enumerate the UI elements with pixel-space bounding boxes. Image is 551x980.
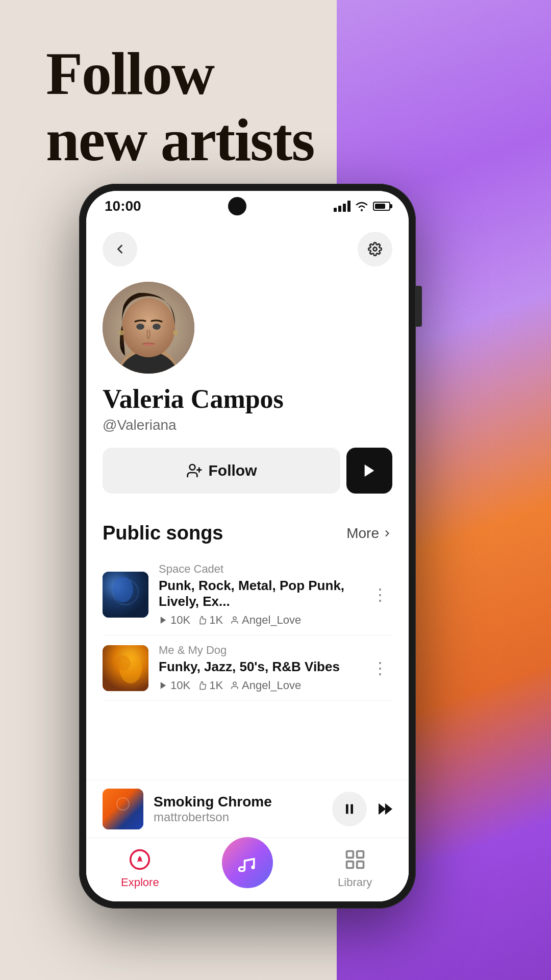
now-playing-bar: Smoking Chrome mattrobertson xyxy=(86,780,409,838)
nav-item-explore[interactable]: Explore xyxy=(86,846,194,889)
svg-point-12 xyxy=(189,464,195,470)
svg-rect-38 xyxy=(357,851,363,858)
song-genre-2: Funky, Jazz, 50's, R&B Vibes xyxy=(159,659,358,675)
now-playing-artist: mattrobertson xyxy=(154,810,322,824)
person-add-icon xyxy=(186,462,203,479)
explore-label: Explore xyxy=(121,876,159,889)
hero-section: Follow new artists xyxy=(46,41,314,174)
svg-marker-19 xyxy=(161,617,166,624)
svg-marker-31 xyxy=(385,803,392,815)
song-user-2: Angel_Love xyxy=(242,679,301,692)
song-menu-2[interactable]: ⋮ xyxy=(368,654,392,682)
svg-point-35 xyxy=(251,866,255,869)
status-time: 10:00 xyxy=(105,198,141,214)
svg-rect-26 xyxy=(103,789,143,829)
svg-marker-30 xyxy=(379,803,386,815)
play-button[interactable] xyxy=(346,448,392,494)
play-count-icon xyxy=(159,681,168,690)
play-count-2: 10K xyxy=(170,679,190,692)
like-icon xyxy=(197,681,207,690)
chevron-right-icon xyxy=(382,528,392,538)
music-note-icon xyxy=(236,851,259,874)
wifi-icon xyxy=(355,201,369,212)
like-icon xyxy=(197,616,207,625)
playback-controls xyxy=(332,792,392,826)
bottom-navigation: Explore xyxy=(86,838,409,901)
pause-button[interactable] xyxy=(332,792,367,826)
music-center-button[interactable] xyxy=(222,837,273,888)
settings-button[interactable] xyxy=(358,232,392,266)
now-playing-title: Smoking Chrome xyxy=(154,794,322,810)
svg-marker-24 xyxy=(161,682,166,689)
library-icon xyxy=(344,848,366,871)
songs-section: Public songs More xyxy=(86,522,409,780)
svg-rect-29 xyxy=(350,804,353,814)
skip-forward-icon xyxy=(375,800,392,818)
user-icon xyxy=(230,616,239,625)
artist-name: Valeria Campos xyxy=(103,384,392,414)
svg-point-9 xyxy=(152,323,161,330)
status-bar: 10:00 xyxy=(86,191,409,222)
next-button[interactable] xyxy=(375,800,392,818)
signal-icon xyxy=(334,201,350,212)
phone-frame: 10:00 xyxy=(79,184,416,909)
song-thumbnail-2 xyxy=(103,645,148,691)
song-menu-1[interactable]: ⋮ xyxy=(368,581,392,608)
song-stats-1: 10K 1K Angel_Love xyxy=(159,614,358,627)
svg-point-11 xyxy=(173,330,178,335)
svg-rect-28 xyxy=(346,804,348,814)
play-count-icon xyxy=(159,616,168,625)
app-content: Valeria Campos @Valeriana Follow xyxy=(86,222,409,901)
section-title: Public songs xyxy=(103,522,223,544)
more-label: More xyxy=(346,525,379,542)
svg-point-25 xyxy=(233,682,236,685)
gear-icon xyxy=(368,242,382,256)
svg-rect-37 xyxy=(346,851,353,858)
more-link[interactable]: More xyxy=(346,525,392,542)
song-title-1: Space Cadet xyxy=(159,562,358,576)
nav-item-music[interactable] xyxy=(194,847,302,888)
svg-rect-39 xyxy=(346,862,353,868)
like-count-2: 1K xyxy=(209,679,223,692)
svg-point-5 xyxy=(122,298,175,357)
nav-item-library[interactable]: Library xyxy=(301,846,409,889)
song-item: Space Cadet Punk, Rock, Metal, Pop Punk,… xyxy=(103,554,392,635)
play-icon xyxy=(361,462,378,479)
svg-point-10 xyxy=(119,330,124,335)
library-label: Library xyxy=(338,876,372,889)
follow-label: Follow xyxy=(209,462,257,479)
play-count-1: 10K xyxy=(170,614,190,627)
like-count-1: 1K xyxy=(209,614,223,627)
hero-title-line1: Follow xyxy=(46,41,314,107)
song-genre-1: Punk, Rock, Metal, Pop Punk, Lively, Ex.… xyxy=(159,578,358,609)
phone-screen: 10:00 xyxy=(86,191,409,901)
song-thumbnail-1 xyxy=(103,572,148,618)
pause-icon xyxy=(342,802,357,816)
svg-marker-15 xyxy=(365,464,374,477)
section-header: Public songs More xyxy=(103,522,392,544)
camera-notch xyxy=(228,197,246,215)
top-navigation xyxy=(86,222,409,277)
status-icons xyxy=(334,201,390,212)
back-button[interactable] xyxy=(103,232,137,266)
svg-rect-40 xyxy=(357,862,363,868)
now-playing-thumbnail xyxy=(103,789,143,829)
follow-button[interactable]: Follow xyxy=(103,448,340,494)
user-icon xyxy=(230,681,239,690)
svg-point-18 xyxy=(113,577,133,602)
avatar-image xyxy=(103,282,194,374)
song-user-1: Angel_Love xyxy=(242,614,301,627)
avatar xyxy=(103,282,194,374)
svg-point-1 xyxy=(373,248,377,251)
svg-point-23 xyxy=(115,655,131,671)
song-stats-2: 10K 1K Angel_Love xyxy=(159,679,358,692)
back-arrow-icon xyxy=(113,242,127,256)
battery-icon xyxy=(373,202,390,211)
svg-point-20 xyxy=(233,617,236,620)
profile-section: Valeria Campos @Valeriana Follow xyxy=(86,277,409,522)
song-info-2: Me & My Dog Funky, Jazz, 50's, R&B Vibes… xyxy=(159,644,358,692)
svg-point-8 xyxy=(136,323,145,330)
phone-mockup: 10:00 xyxy=(79,184,416,909)
now-playing-info: Smoking Chrome mattrobertson xyxy=(154,794,322,824)
hero-title-line2: new artists xyxy=(46,107,314,174)
